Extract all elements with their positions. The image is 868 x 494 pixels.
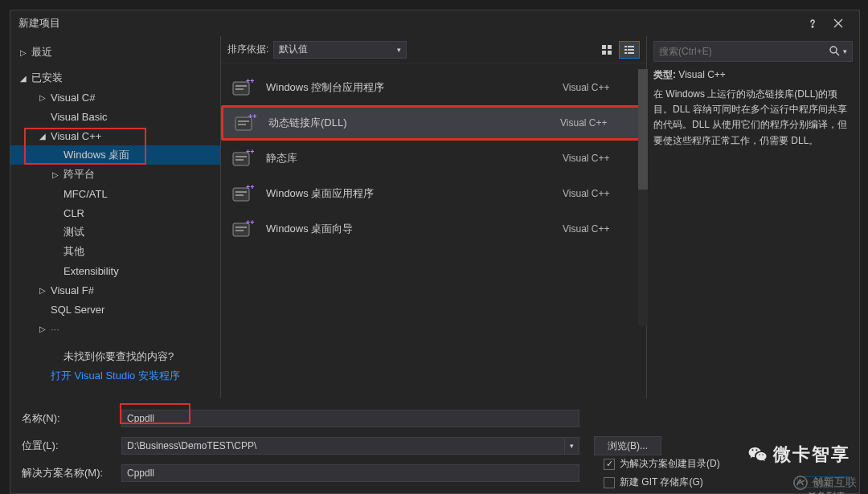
template-kind: Visual C++ xyxy=(563,82,635,93)
svg-text:++: ++ xyxy=(246,183,254,191)
template-row[interactable]: ++ Windows 桌面应用程序 Visual C++ xyxy=(221,176,646,211)
template-icon: ++ xyxy=(229,217,256,241)
dialog-title: 新建项目 xyxy=(18,16,60,31)
template-icon: ++ xyxy=(229,182,256,206)
solution-input[interactable] xyxy=(121,464,579,482)
category-tree: ▷最近 ◢已安装 ▷Visual C# ▷Visual Basic ◢Visua… xyxy=(10,36,221,398)
template-row[interactable]: ++ 静态库 Visual C++ xyxy=(221,141,646,176)
dropdown-icon[interactable]: ▾ xyxy=(843,47,847,55)
new-project-dialog: 新建项目 ▷最近 ◢已安装 ▷Visual C# ▷Visual Basic ◢… xyxy=(10,10,860,494)
template-icon: ++ xyxy=(229,146,256,170)
view-list-icon[interactable] xyxy=(619,41,640,59)
search-input[interactable]: ▾ xyxy=(653,41,853,62)
template-name: Windows 控制台应用程序 xyxy=(266,80,563,95)
svg-rect-17 xyxy=(238,124,246,125)
svg-rect-21 xyxy=(235,159,244,161)
close-icon[interactable] xyxy=(825,12,851,35)
svg-rect-1 xyxy=(602,45,606,49)
svg-rect-10 xyxy=(628,52,634,54)
git-checkbox[interactable]: 新建 GIT 存储库(G) xyxy=(604,476,720,489)
search-icon[interactable] xyxy=(829,45,840,59)
svg-rect-24 xyxy=(235,191,247,193)
create-dir-checkbox[interactable]: ✓为解决方案创建目录(D) xyxy=(604,457,720,471)
template-scrollbar[interactable] xyxy=(638,69,648,326)
template-kind: Visual C++ xyxy=(563,188,635,199)
type-line: 类型: Visual C++ xyxy=(653,68,853,82)
tree-item-extensibility[interactable]: Extensibility xyxy=(10,261,220,280)
highlight-annotation xyxy=(24,128,146,165)
tree-item-other[interactable]: 其他 xyxy=(10,242,220,261)
svg-rect-13 xyxy=(235,88,244,90)
template-list[interactable]: ++ Windows 控制台应用程序 Visual C++ ++ 动态链接库(D… xyxy=(221,63,646,253)
tree-item-vbasic[interactable]: ▷Visual Basic xyxy=(10,107,220,126)
tree-item-clr[interactable]: CLR xyxy=(10,203,220,223)
svg-point-0 xyxy=(812,27,813,28)
svg-rect-16 xyxy=(238,120,249,122)
svg-text:++: ++ xyxy=(246,77,254,85)
tree-item-truncated: ▷··· xyxy=(10,319,220,338)
name-input[interactable] xyxy=(121,410,579,427)
template-description: 在 Windows 上运行的动态链接库(DLL)的项目。DLL 容纳可同时在多个… xyxy=(653,87,853,149)
location-label: 位置(L): xyxy=(22,439,121,453)
template-name: 动态链接库(DLL) xyxy=(268,116,560,130)
search-field[interactable] xyxy=(659,46,829,57)
tree-item-vfsharp[interactable]: ▷Visual F# xyxy=(10,280,220,300)
template-row[interactable]: ++ Windows 控制台应用程序 Visual C++ xyxy=(221,70,646,105)
template-icon: ++ xyxy=(229,76,256,100)
svg-rect-29 xyxy=(235,230,244,231)
watermark-wechat: 微卡智享 xyxy=(747,443,850,467)
template-row[interactable]: ++ 动态链接库(DLL) Visual C++ xyxy=(221,105,646,141)
dialog-titlebar: 新建项目 xyxy=(10,10,859,36)
svg-rect-20 xyxy=(235,156,247,157)
template-kind: Visual C++ xyxy=(563,153,635,164)
view-grid-icon[interactable] xyxy=(596,41,617,59)
help-icon[interactable] xyxy=(800,12,825,35)
svg-rect-6 xyxy=(628,46,634,47)
template-row[interactable]: ++ Windows 桌面向导 Visual C++ xyxy=(221,211,646,247)
sort-label: 排序依据: xyxy=(227,43,268,56)
watermark-brand: 创新互联 xyxy=(792,475,857,491)
svg-point-31 xyxy=(830,47,837,53)
svg-rect-8 xyxy=(628,49,634,51)
svg-text:++: ++ xyxy=(246,218,254,227)
tree-item-installed[interactable]: ◢已安装 xyxy=(10,68,220,88)
tree-item-recent[interactable]: ▷最近 xyxy=(10,43,220,62)
tree-item-test[interactable]: 测试 xyxy=(10,223,220,242)
location-history-dropdown[interactable]: ▾ xyxy=(565,437,579,455)
svg-rect-5 xyxy=(624,46,627,47)
name-label: 名称(N): xyxy=(22,411,121,426)
dialog-footer: 名称(N): 位置(L): ▾ 浏览(B)... 解决方案名称(M): ✓为解决… xyxy=(10,398,859,493)
svg-rect-25 xyxy=(235,194,244,196)
svg-rect-12 xyxy=(235,85,247,87)
template-name: Windows 桌面应用程序 xyxy=(266,186,563,201)
open-installer-link[interactable]: 打开 Visual Studio 安装程序 xyxy=(10,369,220,383)
svg-rect-9 xyxy=(624,52,627,54)
template-name: Windows 桌面向导 xyxy=(266,222,563,236)
template-pane: 排序依据: 默认值 ▾ ++ Windows 控制台应用程序 Visual C xyxy=(221,36,647,398)
tree-not-found-text: 未找到你要查找的内容? xyxy=(10,349,220,364)
location-input[interactable] xyxy=(121,437,565,455)
template-name: 静态库 xyxy=(266,151,563,165)
sort-select[interactable]: 默认值 ▾ xyxy=(273,41,407,59)
svg-text:++: ++ xyxy=(246,148,254,156)
chevron-down-icon: ▾ xyxy=(397,46,401,54)
svg-rect-3 xyxy=(602,51,606,55)
description-pane: ▾ 类型: Visual C++ 在 Windows 上运行的动态链接库(DLL… xyxy=(647,36,859,398)
solution-label: 解决方案名称(M): xyxy=(22,466,121,480)
svg-rect-7 xyxy=(624,49,627,51)
template-kind: Visual C++ xyxy=(563,223,635,235)
template-kind: Visual C++ xyxy=(560,117,633,129)
svg-rect-2 xyxy=(608,45,612,49)
svg-rect-4 xyxy=(608,51,612,55)
sort-bar: 排序依据: 默认值 ▾ xyxy=(221,36,646,63)
tree-item-sqlserver[interactable]: ▷SQL Server xyxy=(10,300,220,319)
tree-item-mfc[interactable]: MFC/ATL xyxy=(10,184,220,203)
svg-rect-28 xyxy=(235,227,247,228)
browse-button[interactable]: 浏览(B)... xyxy=(594,436,661,455)
tree-item-crossplat[interactable]: ▷跨平台 xyxy=(10,165,220,184)
tree-item-vcsharp[interactable]: ▷Visual C# xyxy=(10,88,220,107)
svg-text:++: ++ xyxy=(248,112,256,120)
template-icon: ++ xyxy=(231,111,259,135)
